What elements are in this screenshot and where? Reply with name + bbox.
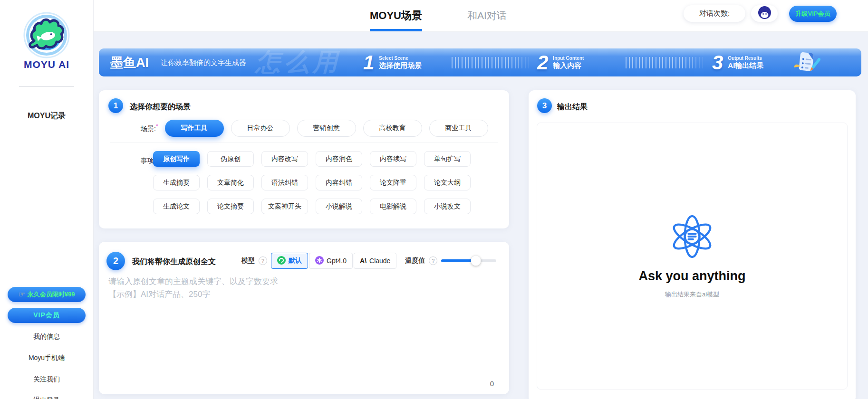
- prompt-placeholder-line2: 【示例】AI对话产品、250字: [108, 288, 500, 301]
- banner-brand: 墨鱼AI: [110, 54, 149, 71]
- tab-moyu-scenes[interactable]: MOYU场景: [370, 0, 422, 31]
- scene-pill-marketing[interactable]: 营销创意: [297, 120, 356, 137]
- brand-name: MOYU AI: [0, 59, 93, 70]
- model-selector: 默认 Gpt4.0 A\ Claude: [271, 253, 396, 269]
- step-3-badge: 3: [537, 98, 552, 113]
- banner-connector: [626, 57, 705, 68]
- item-chip-pseudo-original[interactable]: 伪原创: [207, 151, 254, 167]
- pointing-hand-icon: ☞: [18, 291, 25, 298]
- scene-label: 场景:*: [141, 123, 158, 133]
- banner-step-1-en: Select Scene: [379, 56, 422, 61]
- item-chip-simplify[interactable]: 文章简化: [207, 175, 254, 190]
- sidebar: MOYU AI MOYU记录 ☞ 永久会员限时¥99 VIP会员 我的信息 Mo…: [0, 0, 94, 399]
- banner-step-2: 2 Input Content 输入内容: [537, 48, 584, 76]
- char-count: 0: [490, 380, 494, 388]
- temperature-slider[interactable]: [441, 259, 496, 262]
- banner-step-2-en: Input Content: [553, 56, 584, 61]
- sidebar-item-logout[interactable]: 退出登录: [0, 396, 93, 399]
- item-chip-dedup-paper[interactable]: 论文降重: [370, 175, 416, 190]
- item-chip-generate-paper[interactable]: 生成论文: [153, 199, 200, 214]
- scene-pill-daily-office[interactable]: 日常办公: [231, 120, 290, 137]
- item-chip-rewrite[interactable]: 内容改写: [261, 151, 308, 167]
- generate-controls: 模型 ? 默认: [241, 252, 496, 269]
- model-help-icon[interactable]: ?: [259, 256, 267, 265]
- scene-pill-business[interactable]: 商业工具: [429, 120, 488, 137]
- how-to-use-banner: 墨鱼AI 让你效率翻倍的文字生成器 怎么用 1 Select Scene 选择使…: [99, 48, 861, 76]
- temperature-help-icon[interactable]: ?: [429, 256, 437, 265]
- banner-step-2-number: 2: [537, 51, 548, 74]
- item-row: 原创写作 伪原创 内容改写 内容润色 内容续写 单句扩写: [153, 151, 478, 167]
- item-chip-movie-commentary[interactable]: 电影解说: [370, 199, 416, 214]
- sidebar-item-follow-us[interactable]: 关注我们: [0, 375, 93, 384]
- step-1-badge: 1: [108, 98, 123, 113]
- model-label: 模型: [241, 256, 255, 265]
- item-chip-novel-commentary[interactable]: 小说解说: [316, 199, 362, 214]
- generate-card: 2 我们将帮你生成原创全文 模型 ? 默认: [99, 242, 509, 394]
- item-chip-novel-rewrite[interactable]: 小说改文: [424, 199, 471, 214]
- model-option-claude[interactable]: A\ Claude: [354, 253, 396, 269]
- banner-step-3-en: Output Results: [728, 56, 763, 61]
- item-chip-continue[interactable]: 内容续写: [370, 151, 416, 167]
- vip-membership-button[interactable]: VIP会员: [8, 308, 86, 323]
- output-empty-title: Ask you anything: [638, 269, 745, 284]
- default-model-icon: [277, 256, 286, 266]
- output-card: 3 输出结果 Ask you anything 输出结果来自ai模型: [529, 90, 856, 399]
- model-option-gpt4[interactable]: Gpt4.0: [309, 253, 353, 269]
- banner-connector: [452, 57, 531, 68]
- item-chip-content-fix[interactable]: 内容纠错: [316, 175, 362, 190]
- lifetime-membership-label: 永久会员限时¥99: [28, 290, 75, 299]
- generate-card-title: 我们将帮你生成原创全文: [132, 257, 216, 267]
- prompt-input[interactable]: 请输入原创文章的主题或关键字、以及字数要求 【示例】AI对话产品、250字: [108, 275, 500, 301]
- document-pencil-illustration-icon: [793, 51, 820, 76]
- scene-row: 场景:* 写作工具 日常办公 营销创意 高校教育 商业工具: [141, 120, 495, 137]
- avatar-icon: [758, 6, 771, 21]
- item-chip-copy-opening[interactable]: 文案神开头: [261, 199, 308, 214]
- gpt-model-icon: [315, 256, 324, 266]
- item-row: 生成论文 论文摘要 文案神开头 小说解说 电影解说 小说改文: [153, 199, 478, 214]
- sidebar-item-my-info[interactable]: 我的信息: [0, 332, 93, 341]
- temperature-slider-thumb[interactable]: [471, 256, 481, 266]
- vip-membership-label: VIP会员: [33, 311, 60, 320]
- sidebar-item-mobile[interactable]: Moyu手机端: [0, 354, 93, 362]
- item-chip-grammar-fix[interactable]: 语法纠错: [261, 175, 308, 190]
- scene-pill-education[interactable]: 高校教育: [363, 120, 422, 137]
- claude-model-icon: A\: [360, 257, 366, 265]
- scene-select-card: 1 选择你想要的场景 场景:* 写作工具 日常办公 营销创意 高校教育 商业工具…: [99, 90, 509, 228]
- banner-step-1-number: 1: [363, 51, 374, 74]
- step-2-badge: 2: [106, 252, 125, 270]
- item-chip-paper-outline[interactable]: 论文大纲: [424, 175, 471, 190]
- output-empty-subtitle: 输出结果来自ai模型: [665, 290, 719, 299]
- lifetime-membership-button[interactable]: ☞ 永久会员限时¥99: [8, 287, 86, 302]
- atom-icon: [669, 214, 715, 261]
- banner-step-3-number: 3: [712, 51, 723, 74]
- item-chip-polish[interactable]: 内容润色: [316, 151, 362, 167]
- prompt-placeholder-line1: 请输入原创文章的主题或关键字、以及字数要求: [108, 275, 500, 288]
- scene-pill-writing-tools[interactable]: 写作工具: [165, 120, 224, 137]
- chat-count-pill: 对话次数:: [684, 5, 745, 22]
- sidebar-item-records[interactable]: MOYU记录: [0, 111, 93, 121]
- top-header: MOYU场景 和AI对话 对话次数: 升级VIP会员: [93, 0, 868, 31]
- avatar-button[interactable]: [751, 5, 778, 22]
- upgrade-vip-button[interactable]: 升级VIP会员: [789, 6, 837, 22]
- banner-step-1: 1 Select Scene 选择使用场景: [363, 48, 422, 76]
- banner-step-3-cn: AI输出结果: [728, 61, 763, 70]
- scene-card-title: 选择你想要的场景: [130, 102, 191, 112]
- banner-tagline: 让你效率翻倍的文字生成器: [161, 58, 246, 67]
- card-divider: [110, 142, 498, 143]
- item-chip-summary[interactable]: 生成摘要: [153, 175, 200, 190]
- output-card-title: 输出结果: [557, 102, 588, 112]
- main-tabs: MOYU场景 和AI对话: [370, 0, 507, 31]
- output-result-area: Ask you anything 输出结果来自ai模型: [537, 123, 848, 390]
- required-asterisk: *: [156, 123, 158, 130]
- banner-step-2-cn: 输入内容: [553, 61, 584, 70]
- temperature-label: 温度值: [405, 256, 425, 265]
- model-option-default[interactable]: 默认: [271, 253, 308, 269]
- banner-step-1-cn: 选择使用场景: [379, 61, 422, 70]
- item-row: 生成摘要 文章简化 语法纠错 内容纠错 论文降重 论文大纲: [153, 175, 478, 190]
- item-chip-paper-abstract[interactable]: 论文摘要: [207, 199, 254, 214]
- item-chip-expand-sentence[interactable]: 单句扩写: [424, 151, 471, 167]
- sidebar-divider: [19, 86, 74, 87]
- tab-ai-chat[interactable]: 和AI对话: [467, 0, 507, 31]
- item-chip-original-writing[interactable]: 原创写作: [153, 151, 200, 167]
- banner-step-3: 3 Output Results AI输出结果: [712, 48, 763, 76]
